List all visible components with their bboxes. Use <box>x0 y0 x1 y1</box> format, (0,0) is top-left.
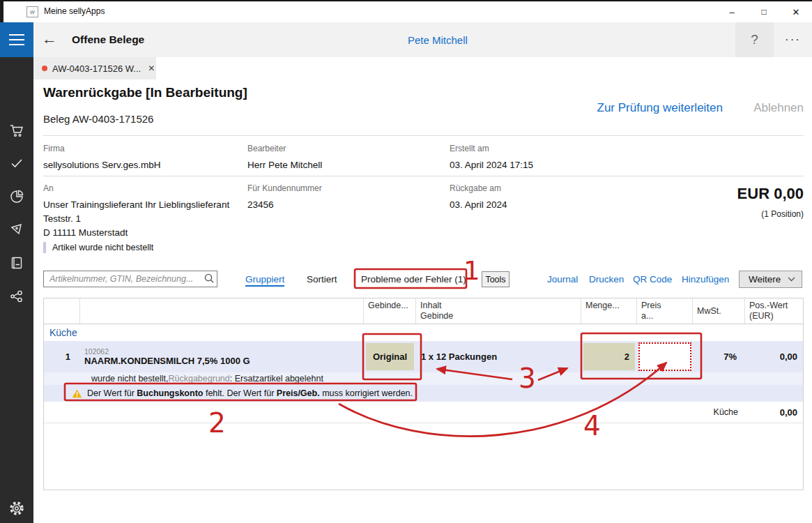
header-empty <box>44 298 80 324</box>
search-icon[interactable] <box>201 271 217 287</box>
field-value: 03. April 2024 17:15 <box>450 158 533 172</box>
qr-code-link[interactable]: QR Code <box>633 274 672 285</box>
field-an: An Unser Trainingslieferant Ihr Liebling… <box>43 183 229 240</box>
sorted-toggle[interactable]: Sortiert <box>307 274 337 285</box>
maximize-button[interactable]: □ <box>748 1 780 22</box>
minimize-button[interactable]: – <box>716 1 748 22</box>
window-frame-edge <box>0 1 3 22</box>
filter-chip-bar <box>43 242 46 253</box>
header-line: Gebinde <box>420 311 576 321</box>
field-value: Herr Pete Mitchell <box>247 158 322 172</box>
field-label: Für Kundennummer <box>247 183 322 193</box>
field-bearbeiter: Bearbeiter Herr Pete Mitchell <box>247 144 322 172</box>
book-icon[interactable] <box>0 249 33 277</box>
more-options-icon[interactable]: ··· <box>774 22 812 57</box>
filter-chip-label: Artikel wurde nicht bestellt <box>52 243 153 252</box>
header-preis[interactable]: Preis a... <box>637 298 693 324</box>
search-input[interactable] <box>44 274 201 284</box>
help-icon[interactable]: ? <box>735 22 774 57</box>
filter-chip-not-ordered[interactable]: Artikel wurde nicht bestellt <box>43 242 153 253</box>
weitere-label: Weitere <box>749 274 781 285</box>
forward-for-review-link[interactable]: Zur Prüfung weiterleiten <box>597 101 723 115</box>
field-value: Unser Trainingslieferant Ihr Lieblingsli… <box>43 198 229 240</box>
back-arrow-icon[interactable]: ← <box>42 30 57 48</box>
header-line: a... <box>641 311 688 321</box>
app-bar: ← Offene Belege Pete Mitchell ? ··· <box>0 22 812 57</box>
field-value: 03. April 2024 <box>450 198 507 212</box>
header-menge[interactable]: Menge... <box>581 298 637 324</box>
divider <box>43 176 804 176</box>
group-summary-row: Küche 0,00 <box>44 402 803 423</box>
pie-chart-icon[interactable] <box>0 183 33 211</box>
divider <box>43 135 804 136</box>
grouped-toggle[interactable]: Gruppiert <box>245 274 284 287</box>
row-note: wurde nicht bestellt, Rückgabegrund: Ers… <box>44 372 803 385</box>
weitere-dropdown[interactable]: Weitere <box>739 271 802 288</box>
problems-errors-toggle[interactable]: Probleme oder Fehler (1) <box>361 274 466 285</box>
settings-gear-icon[interactable] <box>0 494 33 522</box>
field-label: Rückgabe am <box>450 183 507 193</box>
table-header-row: Gebinde... Inhalt Gebinde Menge... Preis… <box>44 298 803 324</box>
app-window: w Meine sellyApps – □ ✕ ← Offene Belege … <box>0 0 812 523</box>
note-text: : Ersatzartikel abgelehnt <box>230 374 323 384</box>
app-icon: w <box>26 6 38 17</box>
gebinde-value[interactable]: Original <box>366 343 414 370</box>
share-icon[interactable] <box>0 282 33 310</box>
header-line: (EUR) <box>749 311 799 321</box>
cart-icon[interactable] <box>0 116 33 144</box>
header-line: Preis <box>641 301 688 311</box>
tools-button[interactable]: Tools <box>482 271 510 287</box>
mwst-value: 7% <box>693 341 745 372</box>
hamburger-menu-icon[interactable] <box>0 22 33 57</box>
document-tab[interactable]: AW-0403-171526 W... ✕ <box>33 57 156 79</box>
total-amount: EUR 0,00 <box>737 185 804 203</box>
field-label: Erstellt am <box>450 144 533 153</box>
recipient-line: Unser Trainingslieferant Ihr Lieblingsli… <box>43 198 229 212</box>
sidebar <box>0 57 33 523</box>
position-count: (1 Position) <box>761 209 804 219</box>
header-gebinde[interactable]: Gebinde... <box>364 298 416 324</box>
header-line: Pos.-Wert <box>749 301 799 311</box>
article-number: 102062 <box>84 347 109 356</box>
position-number: 1 <box>44 341 80 372</box>
header-line: Inhalt <box>420 301 576 311</box>
print-link[interactable]: Drucken <box>589 274 624 285</box>
tag-icon[interactable] <box>0 216 33 244</box>
inhalt-gebinde-value: 1 x 12 Packungen <box>416 341 581 372</box>
gebinde-cell: Original <box>364 341 416 372</box>
pos-wert-value: 0,00 <box>745 341 803 372</box>
note-text: wurde nicht bestellt, <box>91 374 168 384</box>
tab-label: AW-0403-171526 W... <box>52 63 141 74</box>
user-name-link[interactable]: Pete Mitchell <box>408 34 468 46</box>
menge-cell: 2 <box>581 341 637 372</box>
preis-input-field[interactable] <box>638 342 691 371</box>
field-label: Firma <box>43 144 161 153</box>
tab-close-icon[interactable]: ✕ <box>148 63 155 73</box>
checkmark-icon[interactable] <box>0 149 33 177</box>
warning-text: Der Wert für Buchungskonto fehlt. Der We… <box>87 388 413 398</box>
header-pos-wert[interactable]: Pos.-Wert (EUR) <box>745 298 803 324</box>
field-rueckgabe-am: Rückgabe am 03. April 2024 <box>450 183 507 212</box>
menge-value[interactable]: 2 <box>583 343 635 370</box>
row-warning: Der Wert für Buchungskonto fehlt. Der We… <box>44 385 803 402</box>
journal-link[interactable]: Journal <box>547 274 578 285</box>
field-firma: Firma sellysolutions Serv.ges.mbH <box>43 144 161 172</box>
summary-group-label: Küche <box>693 402 745 423</box>
table-row[interactable]: 1 102062 NAARM.KONDENSMILCH 7,5% 1000 G … <box>44 341 803 372</box>
summary-group-value: 0,00 <box>745 402 803 423</box>
document-number: Beleg AW-0403-171526 <box>43 113 153 125</box>
preis-cell <box>637 341 693 372</box>
field-value: 23456 <box>247 198 322 212</box>
group-header-kueche: Küche <box>44 324 803 341</box>
recipient-line: D 11111 Musterstadt <box>43 226 229 240</box>
app-title: Meine sellyApps <box>44 6 105 16</box>
header-inhalt-gebinde[interactable]: Inhalt Gebinde <box>416 298 581 324</box>
document-title: Warenrückgabe [In Bearbeitung] <box>43 85 247 100</box>
positions-table: Gebinde... Inhalt Gebinde Menge... Preis… <box>43 298 804 490</box>
reject-link[interactable]: Ablehnen <box>753 101 804 115</box>
add-link[interactable]: Hinzufügen <box>682 274 729 285</box>
note-label-gray: Rückgabegrund <box>168 374 229 384</box>
header-mwst[interactable]: MwSt. <box>693 298 745 324</box>
unsaved-indicator-dot <box>42 66 47 71</box>
close-button[interactable]: ✕ <box>780 1 812 22</box>
